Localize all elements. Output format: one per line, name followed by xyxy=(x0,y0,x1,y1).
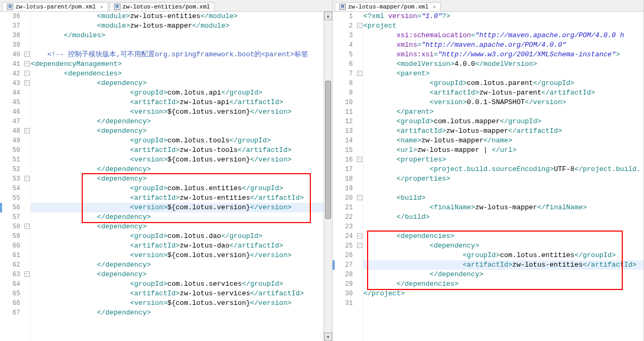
line-number: 42 xyxy=(0,69,20,79)
fold-strip-right[interactable]: −−−−−− xyxy=(356,12,363,341)
code-line[interactable]: <version>${com.lotus.version}</version> xyxy=(31,203,324,212)
code-line[interactable]: <dependency> xyxy=(31,174,324,184)
fold-toggle-icon[interactable]: − xyxy=(357,157,362,162)
scroll-up-icon[interactable]: ▲ xyxy=(324,12,332,20)
code-line[interactable]: <groupId>com.lotus.services</groupId> xyxy=(31,279,324,289)
code-line[interactable]: <project xyxy=(363,21,643,31)
code-line[interactable]: <version>${com.lotus.version}</version> xyxy=(31,251,324,260)
close-icon[interactable]: ✕ xyxy=(433,4,436,10)
scroll-down-icon[interactable]: ▼ xyxy=(324,333,332,341)
code-line[interactable]: </properties> xyxy=(363,174,643,184)
code-line[interactable]: <dependencies> xyxy=(363,232,643,241)
fold-toggle-icon[interactable]: − xyxy=(24,61,30,66)
fold-toggle-icon[interactable]: − xyxy=(24,52,30,57)
code-line[interactable]: </build> xyxy=(363,212,643,222)
code-line[interactable]: <build> xyxy=(363,193,643,203)
code-line[interactable]: </dependencies> xyxy=(363,279,643,289)
fold-toggle-icon[interactable]: − xyxy=(357,243,362,248)
code-line[interactable]: <modelVersion>4.0.0</modelVersion> xyxy=(363,59,643,69)
code-area-right[interactable]: <?xml version="1.0"?><project xsi:schema… xyxy=(363,12,643,341)
code-line[interactable]: <groupId>com.lotus.parent</groupId> xyxy=(363,79,643,88)
code-line[interactable]: <finalName>zw-lotus-mapper</finalName> xyxy=(363,203,643,212)
code-line[interactable]: <version>${com.lotus.version}</version> xyxy=(31,107,324,117)
fold-toggle-icon[interactable]: − xyxy=(24,176,30,181)
code-line[interactable]: <groupId>com.lotus.mapper</groupId> xyxy=(363,117,643,126)
vertical-scrollbar-left[interactable]: ▲ ▼ xyxy=(324,12,332,341)
code-line[interactable]: <artifactId>zw-lotus-services</artifactI… xyxy=(31,289,324,299)
fold-toggle-icon[interactable]: − xyxy=(357,195,362,200)
fold-strip-left[interactable]: −−−−−−−− xyxy=(23,12,31,341)
editor-tab[interactable]: Mzw-lotus-mapper/pom.xml✕ xyxy=(335,2,441,11)
tab-bar-left: Mzw-lotus-parent/pom.xml✕Mzw-lotus-entit… xyxy=(0,0,332,12)
code-line[interactable]: <module>zw-lotus-entities</module> xyxy=(31,12,324,21)
scroll-thumb-left[interactable] xyxy=(325,81,331,219)
code-line[interactable]: </dependency> xyxy=(31,308,324,318)
code-line[interactable]: xmlns:xsi="http://www.w3.org/2001/XMLSch… xyxy=(363,50,643,59)
code-line[interactable]: xsi:schemaLocation="http://maven.apache.… xyxy=(363,31,643,40)
close-icon[interactable]: ✕ xyxy=(100,4,103,10)
code-line[interactable]: <dependency> xyxy=(363,241,643,251)
fold-toggle-icon[interactable]: − xyxy=(357,233,362,238)
code-line[interactable] xyxy=(363,184,643,193)
code-line[interactable] xyxy=(31,40,324,50)
code-line[interactable]: <project.build.sourceEncoding>UTF-8</pro… xyxy=(363,165,643,174)
code-line[interactable]: <groupId>com.lotus.tools</groupId> xyxy=(31,136,324,146)
code-line[interactable]: <dependency> xyxy=(31,222,324,232)
line-number: 7 xyxy=(333,69,353,79)
code-line[interactable]: <dependency> xyxy=(31,126,324,136)
code-line[interactable]: <artifactId>zw-lotus-entities</artifactI… xyxy=(31,193,324,203)
code-line[interactable]: <groupId>com.lotus.entities</groupId> xyxy=(363,251,643,260)
line-number: 4 xyxy=(333,40,353,50)
code-line[interactable]: <version>${com.lotus.version}</version> xyxy=(31,155,324,165)
fold-toggle-icon[interactable]: − xyxy=(24,71,30,76)
editor-pane-left: Mzw-lotus-parent/pom.xml✕Mzw-lotus-entit… xyxy=(0,0,333,341)
code-line[interactable]: </project> xyxy=(363,289,643,299)
line-number: 55 xyxy=(0,193,20,203)
fold-toggle-icon[interactable]: − xyxy=(357,71,362,76)
editor-right[interactable]: 1234567891011121314151617181920212223242… xyxy=(333,12,643,341)
code-line[interactable]: <groupId>com.lotus.dao</groupId> xyxy=(31,232,324,241)
fold-toggle-icon[interactable]: − xyxy=(357,23,362,28)
code-line[interactable]: <groupId>com.lotus.entities</groupId> xyxy=(31,184,324,193)
code-line[interactable]: <dependency> xyxy=(31,270,324,279)
code-line[interactable]: </dependency> xyxy=(31,117,324,126)
code-line[interactable]: <url>zw-lotus-mapper | </url> xyxy=(363,146,643,155)
code-line[interactable]: </dependency> xyxy=(31,165,324,174)
code-line[interactable]: <name>zw-lotus-mapper</name> xyxy=(363,136,643,146)
code-line[interactable]: <version>0.0.1-SNAPSHOT</version> xyxy=(363,98,643,107)
code-line[interactable]: <artifactId>zw-lotus-parent</artifactId> xyxy=(363,88,643,98)
code-line[interactable]: <artifactId>zw-lotus-tools</artifactId> xyxy=(31,146,324,155)
code-line[interactable]: <dependencyManagement> xyxy=(31,59,324,69)
code-line[interactable]: <artifactId>zw-lotus-mapper</artifactId> xyxy=(363,126,643,136)
code-line[interactable]: </dependency> xyxy=(363,270,643,279)
code-line[interactable]: <artifactId>zw-lotus-entities</artifactI… xyxy=(363,260,643,270)
code-line[interactable]: <version>${com.lotus.version}</version> xyxy=(31,299,324,308)
code-line[interactable]: </dependency> xyxy=(31,260,324,270)
line-number: 36 xyxy=(0,12,20,21)
code-line[interactable]: </modules> xyxy=(31,31,324,40)
code-line[interactable]: </parent> xyxy=(363,107,643,117)
editor-left[interactable]: 3637383940414243444546474849505152535455… xyxy=(0,12,332,341)
code-line[interactable] xyxy=(363,222,643,232)
code-line[interactable]: <artifactId>zw-lotus-dao</artifactId> xyxy=(31,241,324,251)
fold-toggle-icon[interactable]: − xyxy=(24,80,30,86)
editor-tab[interactable]: Mzw-lotus-entities/pom.xml xyxy=(109,2,215,11)
code-line[interactable]: xmlns="http://maven.apache.org/POM/4.0.0… xyxy=(363,40,643,50)
code-line[interactable]: <parent> xyxy=(363,69,643,79)
code-line[interactable]: </dependency> xyxy=(31,212,324,222)
fold-toggle-icon[interactable]: − xyxy=(24,128,30,133)
code-line[interactable]: <groupId>com.lotus.api</groupId> xyxy=(31,88,324,98)
line-number: 6 xyxy=(333,59,353,69)
code-area-left[interactable]: <module>zw-lotus-entities</module> <modu… xyxy=(31,12,324,341)
code-line[interactable] xyxy=(363,299,643,308)
code-line[interactable]: <?xml version="1.0"?> xyxy=(363,12,643,21)
fold-toggle-icon[interactable]: − xyxy=(24,271,30,277)
code-line[interactable]: <artifactId>zw-lotus-api</artifactId> xyxy=(31,98,324,107)
code-line[interactable]: <properties> xyxy=(363,155,643,165)
code-line[interactable]: <module>zw-lotus-mapper</module> xyxy=(31,21,324,31)
code-line[interactable]: <dependencies> xyxy=(31,69,324,79)
editor-tab[interactable]: Mzw-lotus-parent/pom.xml✕ xyxy=(2,2,108,11)
code-line[interactable]: <dependency> xyxy=(31,79,324,88)
code-line[interactable]: <!-- 控制子模块版本,可不用配置org.springframework.bo… xyxy=(31,50,324,59)
fold-toggle-icon[interactable]: − xyxy=(24,224,30,229)
